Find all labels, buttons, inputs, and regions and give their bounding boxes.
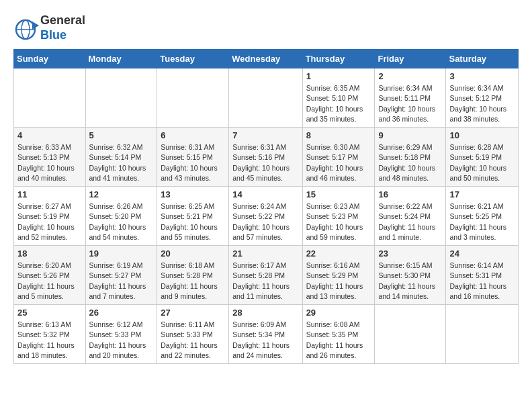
calendar-cell: 24Sunrise: 6:14 AM Sunset: 5:31 PM Dayli… <box>446 246 519 305</box>
day-info: Sunrise: 6:28 AM Sunset: 5:19 PM Dayligh… <box>449 142 515 183</box>
calendar-cell: 2Sunrise: 6:34 AM Sunset: 5:11 PM Daylig… <box>375 68 446 128</box>
day-number: 20 <box>161 248 225 259</box>
calendar-cell: 17Sunrise: 6:21 AM Sunset: 5:25 PM Dayli… <box>446 187 519 246</box>
weekday-header-thursday: Thursday <box>302 50 375 68</box>
calendar-cell <box>375 305 446 364</box>
day-info: Sunrise: 6:09 AM Sunset: 5:34 PM Dayligh… <box>232 320 298 361</box>
calendar-cell: 23Sunrise: 6:15 AM Sunset: 5:30 PM Dayli… <box>375 246 446 305</box>
day-number: 15 <box>306 189 371 199</box>
calendar-cell: 27Sunrise: 6:11 AM Sunset: 5:33 PM Dayli… <box>157 305 229 364</box>
day-info: Sunrise: 6:35 AM Sunset: 5:10 PM Dayligh… <box>306 83 371 124</box>
calendar-cell <box>229 68 302 128</box>
calendar-cell: 8Sunrise: 6:30 AM Sunset: 5:17 PM Daylig… <box>302 128 375 187</box>
calendar-cell: 28Sunrise: 6:09 AM Sunset: 5:34 PM Dayli… <box>229 305 302 364</box>
weekday-header-tuesday: Tuesday <box>157 50 229 68</box>
page-header: General Blue <box>13 13 519 42</box>
calendar-cell: 15Sunrise: 6:23 AM Sunset: 5:23 PM Dayli… <box>302 187 375 246</box>
day-number: 8 <box>306 130 371 140</box>
logo: General Blue <box>13 13 85 42</box>
day-info: Sunrise: 6:34 AM Sunset: 5:11 PM Dayligh… <box>378 83 442 124</box>
day-number: 10 <box>449 130 515 140</box>
weekday-header-wednesday: Wednesday <box>229 50 302 68</box>
day-info: Sunrise: 6:18 AM Sunset: 5:28 PM Dayligh… <box>161 261 225 302</box>
calendar-header: SundayMondayTuesdayWednesdayThursdayFrid… <box>14 50 519 68</box>
day-number: 12 <box>89 189 154 199</box>
calendar-week-row: 11Sunrise: 6:27 AM Sunset: 5:19 PM Dayli… <box>14 187 519 246</box>
calendar-cell: 20Sunrise: 6:18 AM Sunset: 5:28 PM Dayli… <box>157 246 229 305</box>
day-info: Sunrise: 6:08 AM Sunset: 5:35 PM Dayligh… <box>306 320 371 361</box>
day-info: Sunrise: 6:31 AM Sunset: 5:15 PM Dayligh… <box>161 142 225 183</box>
weekday-header-friday: Friday <box>375 50 446 68</box>
day-number: 1 <box>306 71 371 81</box>
day-number: 2 <box>378 71 442 81</box>
calendar-body: 1Sunrise: 6:35 AM Sunset: 5:10 PM Daylig… <box>14 68 519 364</box>
calendar-cell <box>157 68 229 128</box>
calendar-cell: 29Sunrise: 6:08 AM Sunset: 5:35 PM Dayli… <box>302 305 375 364</box>
day-number: 16 <box>378 189 442 199</box>
day-number: 7 <box>232 130 298 140</box>
calendar-week-row: 25Sunrise: 6:13 AM Sunset: 5:32 PM Dayli… <box>14 305 519 364</box>
day-number: 19 <box>89 248 154 259</box>
calendar-cell: 25Sunrise: 6:13 AM Sunset: 5:32 PM Dayli… <box>14 305 86 364</box>
day-number: 29 <box>306 308 371 318</box>
calendar-cell: 11Sunrise: 6:27 AM Sunset: 5:19 PM Dayli… <box>14 187 86 246</box>
day-info: Sunrise: 6:13 AM Sunset: 5:32 PM Dayligh… <box>17 320 82 361</box>
calendar-cell: 10Sunrise: 6:28 AM Sunset: 5:19 PM Dayli… <box>446 128 519 187</box>
day-info: Sunrise: 6:34 AM Sunset: 5:12 PM Dayligh… <box>449 83 515 124</box>
day-number: 5 <box>89 130 154 140</box>
weekday-header-saturday: Saturday <box>446 50 519 68</box>
logo-icon <box>13 16 38 40</box>
day-info: Sunrise: 6:32 AM Sunset: 5:14 PM Dayligh… <box>89 142 154 183</box>
day-info: Sunrise: 6:31 AM Sunset: 5:16 PM Dayligh… <box>232 142 298 183</box>
calendar-cell: 13Sunrise: 6:25 AM Sunset: 5:21 PM Dayli… <box>157 187 229 246</box>
day-number: 6 <box>161 130 225 140</box>
day-number: 21 <box>232 248 298 259</box>
calendar-cell: 1Sunrise: 6:35 AM Sunset: 5:10 PM Daylig… <box>302 68 375 128</box>
day-number: 13 <box>161 189 225 199</box>
day-number: 26 <box>89 308 154 318</box>
day-info: Sunrise: 6:14 AM Sunset: 5:31 PM Dayligh… <box>449 261 515 302</box>
calendar-cell: 9Sunrise: 6:29 AM Sunset: 5:18 PM Daylig… <box>375 128 446 187</box>
calendar-cell: 19Sunrise: 6:19 AM Sunset: 5:27 PM Dayli… <box>85 246 157 305</box>
weekday-header-monday: Monday <box>85 50 157 68</box>
calendar-week-row: 1Sunrise: 6:35 AM Sunset: 5:10 PM Daylig… <box>14 68 519 128</box>
day-info: Sunrise: 6:23 AM Sunset: 5:23 PM Dayligh… <box>306 201 371 242</box>
day-info: Sunrise: 6:29 AM Sunset: 5:18 PM Dayligh… <box>378 142 442 183</box>
day-info: Sunrise: 6:30 AM Sunset: 5:17 PM Dayligh… <box>306 142 371 183</box>
day-info: Sunrise: 6:17 AM Sunset: 5:28 PM Dayligh… <box>232 261 298 302</box>
calendar-cell: 12Sunrise: 6:26 AM Sunset: 5:20 PM Dayli… <box>85 187 157 246</box>
calendar-cell: 14Sunrise: 6:24 AM Sunset: 5:22 PM Dayli… <box>229 187 302 246</box>
day-info: Sunrise: 6:33 AM Sunset: 5:13 PM Dayligh… <box>17 142 82 183</box>
calendar-cell <box>446 305 519 364</box>
day-info: Sunrise: 6:15 AM Sunset: 5:30 PM Dayligh… <box>378 261 442 302</box>
day-number: 17 <box>449 189 515 199</box>
calendar-cell: 3Sunrise: 6:34 AM Sunset: 5:12 PM Daylig… <box>446 68 519 128</box>
calendar-cell: 7Sunrise: 6:31 AM Sunset: 5:16 PM Daylig… <box>229 128 302 187</box>
calendar-table: SundayMondayTuesdayWednesdayThursdayFrid… <box>13 49 519 364</box>
calendar-cell: 21Sunrise: 6:17 AM Sunset: 5:28 PM Dayli… <box>229 246 302 305</box>
day-info: Sunrise: 6:16 AM Sunset: 5:29 PM Dayligh… <box>306 261 371 302</box>
day-number: 25 <box>17 308 82 318</box>
day-number: 3 <box>449 71 515 81</box>
day-info: Sunrise: 6:22 AM Sunset: 5:24 PM Dayligh… <box>378 201 442 242</box>
day-info: Sunrise: 6:24 AM Sunset: 5:22 PM Dayligh… <box>232 201 298 242</box>
calendar-cell <box>14 68 86 128</box>
day-info: Sunrise: 6:25 AM Sunset: 5:21 PM Dayligh… <box>161 201 225 242</box>
day-info: Sunrise: 6:27 AM Sunset: 5:19 PM Dayligh… <box>17 201 82 242</box>
calendar-cell: 16Sunrise: 6:22 AM Sunset: 5:24 PM Dayli… <box>375 187 446 246</box>
day-info: Sunrise: 6:26 AM Sunset: 5:20 PM Dayligh… <box>89 201 154 242</box>
calendar-cell: 22Sunrise: 6:16 AM Sunset: 5:29 PM Dayli… <box>302 246 375 305</box>
day-number: 28 <box>232 308 298 318</box>
calendar-cell: 4Sunrise: 6:33 AM Sunset: 5:13 PM Daylig… <box>14 128 86 187</box>
day-info: Sunrise: 6:19 AM Sunset: 5:27 PM Dayligh… <box>89 261 154 302</box>
weekday-header-sunday: Sunday <box>14 50 86 68</box>
day-number: 18 <box>17 248 82 259</box>
weekday-row: SundayMondayTuesdayWednesdayThursdayFrid… <box>14 50 519 68</box>
day-number: 27 <box>161 308 225 318</box>
day-number: 24 <box>449 248 515 259</box>
day-number: 4 <box>17 130 82 140</box>
calendar-cell: 18Sunrise: 6:20 AM Sunset: 5:26 PM Dayli… <box>14 246 86 305</box>
day-info: Sunrise: 6:21 AM Sunset: 5:25 PM Dayligh… <box>449 201 515 242</box>
calendar-week-row: 18Sunrise: 6:20 AM Sunset: 5:26 PM Dayli… <box>14 246 519 305</box>
day-number: 14 <box>232 189 298 199</box>
